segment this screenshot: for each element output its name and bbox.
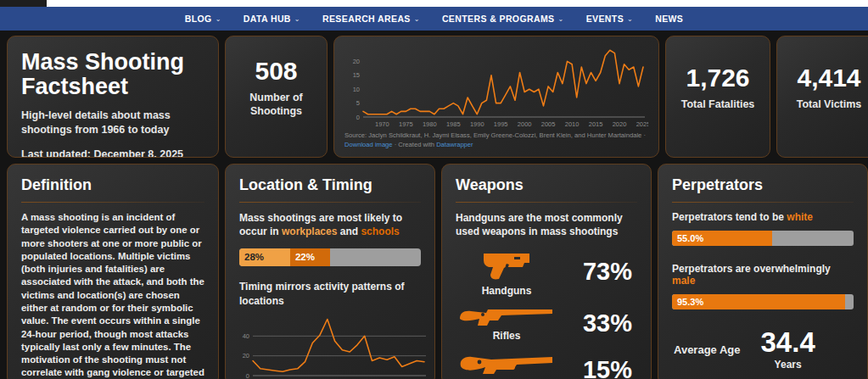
svg-text:1985: 1985	[446, 120, 461, 128]
rifles-percentage: 33%	[583, 309, 637, 337]
nav-label: CENTERS & PROGRAMS	[442, 14, 555, 24]
gender-line-prefix: Perpetrators are overwhelmingly	[672, 263, 831, 275]
svg-text:2015: 2015	[589, 120, 603, 128]
race-bar-fill: 55.0%	[672, 231, 772, 246]
svg-text:0: 0	[246, 371, 249, 379]
weapon-label: Handguns	[456, 285, 557, 297]
top-strip-dark-block	[0, 0, 47, 7]
heading-divider	[456, 202, 637, 203]
datawrapper-link[interactable]: Datawrapper	[436, 141, 473, 148]
victims-count: 4,414	[797, 64, 860, 92]
svg-text:1975: 1975	[399, 120, 413, 128]
weapons-heading: Weapons	[456, 176, 637, 194]
nav-item-centers-programs[interactable]: CENTERS & PROGRAMS⌄	[442, 14, 564, 24]
handguns-percentage: 73%	[583, 258, 637, 286]
shootings-count: 508	[255, 57, 297, 86]
male-highlight: male	[672, 275, 695, 287]
weapon-label: Rifles	[456, 330, 557, 342]
perpetrators-race-line: Perpetrators tend to be white	[672, 211, 854, 223]
shotgun-icon	[459, 350, 554, 376]
svg-text:2010: 2010	[565, 120, 580, 128]
svg-text:5: 5	[356, 99, 360, 107]
schools-bar-label: 22%	[295, 252, 315, 262]
race-percentage-bar: 55.0%	[672, 231, 854, 246]
download-image-link[interactable]: Download image	[344, 141, 393, 148]
svg-text:1970: 1970	[375, 120, 389, 128]
gender-bar-label: 95.3%	[677, 297, 703, 307]
race-line-prefix: Perpetrators tend to be	[672, 211, 787, 223]
nav-item-events[interactable]: EVENTS⌄	[586, 14, 634, 24]
weapon-row-shotguns: Shotguns 15%	[456, 350, 637, 379]
top-strip	[0, 0, 868, 7]
weapon-row-rifles: Rifles 33%	[456, 305, 637, 342]
nav-label: DATA HUB	[244, 14, 291, 24]
svg-text:1990: 1990	[470, 120, 484, 128]
perpetrators-heading: Perpetrators	[672, 176, 854, 194]
fatalities-count: 1,726	[686, 64, 749, 92]
svg-text:20: 20	[353, 58, 360, 65]
svg-text:0: 0	[356, 114, 360, 121]
shootings-per-year-panel: 0510152019701975198019851990199520002005…	[333, 36, 659, 158]
svg-text:40: 40	[243, 332, 249, 340]
svg-text:1995: 1995	[494, 120, 508, 128]
nav-label: BLOG	[185, 14, 212, 24]
chevron-down-icon: ⌄	[216, 15, 221, 23]
perpetrators-panel: Perpetrators Perpetrators tend to be whi…	[658, 164, 868, 379]
nav-item-news[interactable]: NEWS	[655, 14, 683, 24]
location-stacked-bar: 28% 22%	[239, 248, 421, 266]
heading-divider	[239, 202, 421, 203]
location-timing-heading: Location & Timing	[239, 176, 421, 194]
average-age-row: Average Age 34.4 Years	[672, 328, 854, 371]
race-bar-label: 55.0%	[677, 233, 703, 243]
nav-label: NEWS	[655, 14, 683, 24]
average-age-value: 34.4	[761, 328, 815, 356]
chevron-down-icon: ⌄	[558, 15, 564, 23]
chevron-down-icon: ⌄	[414, 15, 420, 23]
shootings-per-year-chart: 0510152019701975198019851990199520002005…	[344, 42, 648, 130]
page-title: Mass Shooting Factsheet	[21, 50, 204, 99]
gender-percentage-bar: 95.3%	[672, 294, 854, 309]
schools-bar-segment: 22%	[290, 248, 330, 266]
nav-label: RESEARCH AREAS	[322, 14, 411, 24]
weapons-intro: Handguns are the most commonly used weap…	[456, 211, 637, 238]
average-age-unit: Years	[761, 359, 815, 371]
chevron-down-icon: ⌄	[627, 15, 633, 23]
weapon-row-handguns: Handguns 73%	[456, 247, 637, 297]
victims-count-label: Total Victims	[797, 98, 862, 112]
svg-text:2020: 2020	[613, 120, 627, 128]
svg-text:2005: 2005	[541, 120, 556, 128]
svg-text:2000: 2000	[518, 120, 532, 128]
chart-source-note: Source: Jaclyn Schildkraut, H. Jaymi Els…	[344, 131, 648, 149]
heading-divider	[21, 202, 204, 203]
fatalities-count-label: Total Fatalities	[681, 98, 755, 112]
bottom-row: Definition A mass shooting is an inciden…	[7, 164, 861, 379]
last-updated: Last updated: December 8, 2025	[21, 148, 204, 158]
schools-highlight: schools	[361, 226, 399, 237]
svg-text:10: 10	[353, 86, 360, 93]
svg-text:15: 15	[353, 71, 360, 79]
timing-chart: 0204012a4a8a12p4p8p	[239, 311, 421, 379]
perpetrators-gender-line: Perpetrators are overwhelmingly male	[672, 263, 854, 287]
nav-item-research-areas[interactable]: RESEARCH AREAS⌄	[322, 14, 420, 24]
definition-panel: Definition A mass shooting is an inciden…	[7, 164, 219, 379]
location-intro-mid: and	[337, 226, 361, 237]
main-navigation: BLOG⌄ DATA HUB⌄ RESEARCH AREAS⌄ CENTERS …	[0, 7, 868, 31]
page-subtitle: High-level details about mass shootings …	[21, 109, 204, 137]
nav-item-blog[interactable]: BLOG⌄	[185, 14, 221, 24]
workplaces-bar-label: 28%	[244, 252, 264, 262]
weapons-panel: Weapons Handguns are the most commonly u…	[441, 164, 652, 379]
chevron-down-icon: ⌄	[294, 15, 300, 23]
factsheet-header-panel: Mass Shooting Factsheet High-level detai…	[7, 36, 219, 158]
total-fatalities-card: 1,726 Total Fatalities	[665, 36, 770, 158]
handgun-icon	[480, 247, 533, 282]
svg-text:2025: 2025	[636, 120, 648, 128]
svg-text:1980: 1980	[423, 120, 437, 128]
rifle-icon	[459, 305, 554, 327]
source-created-prefix: Created with	[398, 141, 434, 148]
nav-item-data-hub[interactable]: DATA HUB⌄	[244, 14, 300, 24]
timing-caption: Timing mirrors activity patterns of loca…	[239, 280, 421, 307]
workplaces-highlight: workplaces	[282, 226, 337, 237]
shootings-count-label: Number of Shootings	[239, 92, 313, 118]
source-authors: Source: Jaclyn Schildkraut, H. Jaymi Els…	[344, 131, 646, 139]
heading-divider	[672, 202, 854, 203]
